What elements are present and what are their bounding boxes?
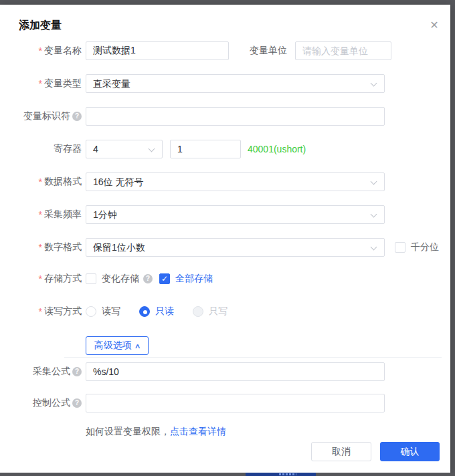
read-only-radio-label[interactable]: 只读 [155,306,174,318]
thousands-label[interactable]: 千分位 [411,241,439,253]
row-register: 寄存器 4 40001(ushort) [0,140,450,158]
row-storage: * 存储方式 变化存储 ? ✓ 全部存储 [0,269,450,288]
control-formula-input[interactable] [86,394,385,412]
required-marker: * [39,176,42,187]
identifier-label: 变量标识符 ? [0,110,82,122]
dimmed-background: 添加变量 ✕ * 变量名称 变量单位 * 变量类型 直采变量 [0,0,455,476]
data-format-select[interactable]: 16位 无符号 [86,172,385,191]
storage-all-checkbox[interactable]: ✓ [159,273,170,284]
background-bottom-strip [0,473,455,476]
variable-type-label: * 变量类型 [0,78,82,90]
storage-change-label[interactable]: 变化存储 [102,273,139,285]
row-variable-type: * 变量类型 直采变量 [0,74,450,93]
collect-formula-input[interactable] [86,362,385,381]
row-frequency: * 采集频率 1分钟 [0,205,450,224]
required-marker: * [39,209,42,220]
collect-formula-label: 采集公式 ? [0,366,82,378]
required-marker: * [39,273,42,284]
background-artifact [279,473,296,475]
confirm-button[interactable]: 确认 [380,442,440,461]
storage-all-label[interactable]: 全部存储 [175,273,213,285]
question-icon[interactable]: ? [72,367,82,376]
storage-change-checkbox[interactable] [86,273,96,284]
register-address-input[interactable] [170,140,241,158]
chevron-down-icon [371,244,377,251]
chevron-down-icon [371,178,377,185]
radio-option-read-write: 读写 [86,306,120,318]
variable-name-input[interactable] [86,41,229,60]
row-data-format: * 数据格式 16位 无符号 [0,172,450,191]
background-dimmed-button-edge [246,473,316,476]
register-address-hint: 40001(ushort) [248,144,306,154]
read-write-label: * 读写方式 [0,306,82,318]
cancel-button[interactable]: 取消 [311,442,371,461]
row-read-write: * 读写方式 读写 只读 只写 [0,302,450,321]
thousands-checkbox[interactable] [395,242,405,253]
radio-option-write-only: 只写 [193,306,227,318]
write-only-radio-label: 只写 [209,306,227,318]
required-marker: * [39,45,42,56]
permission-details-link[interactable]: 点击查看详情 [170,426,226,437]
read-write-radio-label[interactable]: 读写 [102,306,120,318]
close-icon[interactable]: ✕ [427,18,442,33]
frequency-label: * 采集频率 [0,209,82,221]
required-marker: * [39,78,42,89]
register-type-select[interactable]: 4 [86,140,163,158]
row-variable-name: * 变量名称 变量单位 [0,41,450,60]
chevron-down-icon [371,211,377,218]
row-control-formula: 控制公式 ? [0,394,450,412]
row-identifier: 变量标识符 ? [0,107,450,126]
required-marker: * [39,306,42,317]
number-format-label: * 数字格式 [0,241,82,253]
variable-unit-input[interactable] [295,41,391,60]
radio-option-read-only: 只读 [139,306,174,318]
chevron-up-icon: ∧ [134,342,141,350]
required-marker: * [39,242,42,253]
write-only-radio[interactable] [193,306,203,317]
read-only-radio[interactable] [139,306,150,317]
identifier-input[interactable] [86,107,385,126]
variable-type-select[interactable]: 直采变量 [86,74,385,93]
question-icon[interactable]: ? [72,112,82,121]
chevron-down-icon [149,146,155,152]
variable-unit-label: 变量单位 [250,45,287,57]
advanced-section-divider [64,357,442,358]
question-icon[interactable]: ? [143,274,153,283]
register-label: 寄存器 [0,143,82,155]
permission-note: 如何设置变量权限，点击查看详情 [86,426,226,438]
control-formula-label: 控制公式 ? [0,397,82,409]
number-format-select[interactable]: 保留1位小数 [86,238,385,257]
advanced-options-button[interactable]: 高级选项 ∧ [86,336,149,355]
read-write-radio[interactable] [86,306,96,317]
data-format-label: * 数据格式 [0,176,82,188]
row-collect-formula: 采集公式 ? [0,362,450,381]
chevron-down-icon [371,80,377,87]
variable-name-label: * 变量名称 [0,45,82,57]
storage-label: * 存储方式 [0,273,82,285]
question-icon[interactable]: ? [72,398,82,408]
frequency-select[interactable]: 1分钟 [86,205,385,224]
dialog-title: 添加变量 [19,19,62,33]
row-number-format: * 数字格式 保留1位小数 千分位 [0,238,450,257]
add-variable-dialog: 添加变量 ✕ * 变量名称 变量单位 * 变量类型 直采变量 [0,5,450,473]
